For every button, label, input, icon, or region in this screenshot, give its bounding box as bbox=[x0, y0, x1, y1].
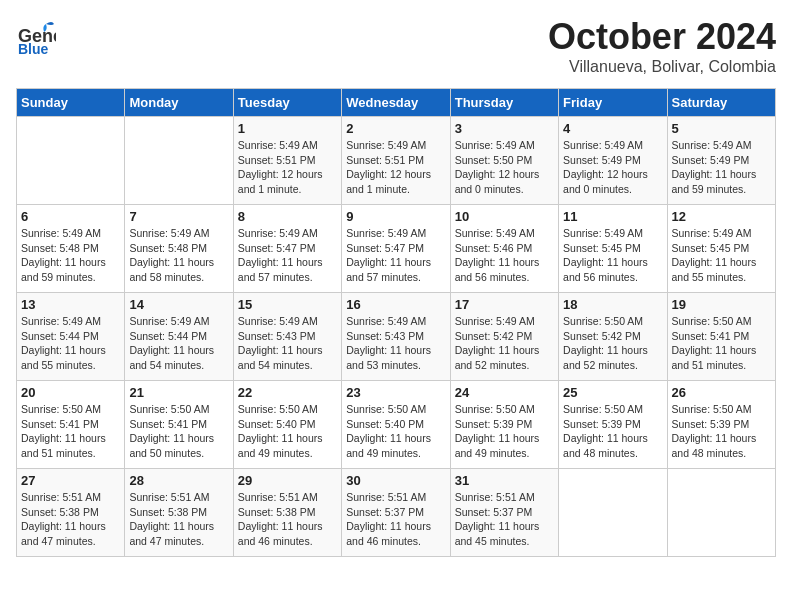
day-number: 28 bbox=[129, 473, 228, 488]
day-cell bbox=[17, 117, 125, 205]
weekday-header-friday: Friday bbox=[559, 89, 667, 117]
day-detail: Sunrise: 5:49 AMSunset: 5:42 PMDaylight:… bbox=[455, 314, 554, 373]
day-cell: 4Sunrise: 5:49 AMSunset: 5:49 PMDaylight… bbox=[559, 117, 667, 205]
day-cell: 15Sunrise: 5:49 AMSunset: 5:43 PMDayligh… bbox=[233, 293, 341, 381]
month-title: October 2024 bbox=[548, 16, 776, 58]
day-number: 4 bbox=[563, 121, 662, 136]
day-detail: Sunrise: 5:49 AMSunset: 5:43 PMDaylight:… bbox=[238, 314, 337, 373]
day-detail: Sunrise: 5:50 AMSunset: 5:41 PMDaylight:… bbox=[672, 314, 771, 373]
day-number: 26 bbox=[672, 385, 771, 400]
day-number: 3 bbox=[455, 121, 554, 136]
day-cell: 18Sunrise: 5:50 AMSunset: 5:42 PMDayligh… bbox=[559, 293, 667, 381]
day-number: 17 bbox=[455, 297, 554, 312]
day-detail: Sunrise: 5:51 AMSunset: 5:37 PMDaylight:… bbox=[346, 490, 445, 549]
page-header: General Blue October 2024 Villanueva, Bo… bbox=[16, 16, 776, 76]
day-detail: Sunrise: 5:51 AMSunset: 5:38 PMDaylight:… bbox=[238, 490, 337, 549]
day-number: 13 bbox=[21, 297, 120, 312]
day-cell: 3Sunrise: 5:49 AMSunset: 5:50 PMDaylight… bbox=[450, 117, 558, 205]
day-cell: 7Sunrise: 5:49 AMSunset: 5:48 PMDaylight… bbox=[125, 205, 233, 293]
location: Villanueva, Bolivar, Colombia bbox=[548, 58, 776, 76]
day-cell: 17Sunrise: 5:49 AMSunset: 5:42 PMDayligh… bbox=[450, 293, 558, 381]
day-cell: 13Sunrise: 5:49 AMSunset: 5:44 PMDayligh… bbox=[17, 293, 125, 381]
day-number: 1 bbox=[238, 121, 337, 136]
day-number: 16 bbox=[346, 297, 445, 312]
weekday-header-row: SundayMondayTuesdayWednesdayThursdayFrid… bbox=[17, 89, 776, 117]
day-cell: 24Sunrise: 5:50 AMSunset: 5:39 PMDayligh… bbox=[450, 381, 558, 469]
day-number: 23 bbox=[346, 385, 445, 400]
day-number: 15 bbox=[238, 297, 337, 312]
day-number: 8 bbox=[238, 209, 337, 224]
logo-icon: General Blue bbox=[16, 16, 56, 60]
svg-text:Blue: Blue bbox=[18, 41, 49, 56]
day-number: 24 bbox=[455, 385, 554, 400]
day-cell: 6Sunrise: 5:49 AMSunset: 5:48 PMDaylight… bbox=[17, 205, 125, 293]
day-number: 14 bbox=[129, 297, 228, 312]
week-row-4: 20Sunrise: 5:50 AMSunset: 5:41 PMDayligh… bbox=[17, 381, 776, 469]
day-detail: Sunrise: 5:50 AMSunset: 5:41 PMDaylight:… bbox=[129, 402, 228, 461]
day-number: 9 bbox=[346, 209, 445, 224]
day-cell: 31Sunrise: 5:51 AMSunset: 5:37 PMDayligh… bbox=[450, 469, 558, 557]
day-cell: 20Sunrise: 5:50 AMSunset: 5:41 PMDayligh… bbox=[17, 381, 125, 469]
week-row-2: 6Sunrise: 5:49 AMSunset: 5:48 PMDaylight… bbox=[17, 205, 776, 293]
day-number: 11 bbox=[563, 209, 662, 224]
weekday-header-sunday: Sunday bbox=[17, 89, 125, 117]
day-detail: Sunrise: 5:49 AMSunset: 5:44 PMDaylight:… bbox=[129, 314, 228, 373]
day-cell bbox=[667, 469, 775, 557]
day-detail: Sunrise: 5:49 AMSunset: 5:43 PMDaylight:… bbox=[346, 314, 445, 373]
day-detail: Sunrise: 5:49 AMSunset: 5:49 PMDaylight:… bbox=[563, 138, 662, 197]
day-number: 20 bbox=[21, 385, 120, 400]
day-number: 12 bbox=[672, 209, 771, 224]
day-number: 30 bbox=[346, 473, 445, 488]
day-number: 22 bbox=[238, 385, 337, 400]
day-detail: Sunrise: 5:49 AMSunset: 5:45 PMDaylight:… bbox=[672, 226, 771, 285]
day-cell: 1Sunrise: 5:49 AMSunset: 5:51 PMDaylight… bbox=[233, 117, 341, 205]
day-cell: 12Sunrise: 5:49 AMSunset: 5:45 PMDayligh… bbox=[667, 205, 775, 293]
day-detail: Sunrise: 5:50 AMSunset: 5:39 PMDaylight:… bbox=[672, 402, 771, 461]
weekday-header-saturday: Saturday bbox=[667, 89, 775, 117]
day-detail: Sunrise: 5:49 AMSunset: 5:48 PMDaylight:… bbox=[129, 226, 228, 285]
weekday-header-tuesday: Tuesday bbox=[233, 89, 341, 117]
weekday-header-monday: Monday bbox=[125, 89, 233, 117]
day-cell: 28Sunrise: 5:51 AMSunset: 5:38 PMDayligh… bbox=[125, 469, 233, 557]
day-detail: Sunrise: 5:50 AMSunset: 5:42 PMDaylight:… bbox=[563, 314, 662, 373]
day-number: 6 bbox=[21, 209, 120, 224]
day-cell: 14Sunrise: 5:49 AMSunset: 5:44 PMDayligh… bbox=[125, 293, 233, 381]
day-number: 2 bbox=[346, 121, 445, 136]
day-number: 27 bbox=[21, 473, 120, 488]
day-detail: Sunrise: 5:49 AMSunset: 5:46 PMDaylight:… bbox=[455, 226, 554, 285]
day-cell: 29Sunrise: 5:51 AMSunset: 5:38 PMDayligh… bbox=[233, 469, 341, 557]
day-detail: Sunrise: 5:51 AMSunset: 5:38 PMDaylight:… bbox=[129, 490, 228, 549]
day-detail: Sunrise: 5:50 AMSunset: 5:41 PMDaylight:… bbox=[21, 402, 120, 461]
day-detail: Sunrise: 5:50 AMSunset: 5:40 PMDaylight:… bbox=[238, 402, 337, 461]
day-detail: Sunrise: 5:50 AMSunset: 5:39 PMDaylight:… bbox=[455, 402, 554, 461]
day-detail: Sunrise: 5:49 AMSunset: 5:49 PMDaylight:… bbox=[672, 138, 771, 197]
weekday-header-thursday: Thursday bbox=[450, 89, 558, 117]
day-cell: 8Sunrise: 5:49 AMSunset: 5:47 PMDaylight… bbox=[233, 205, 341, 293]
day-number: 7 bbox=[129, 209, 228, 224]
day-cell: 10Sunrise: 5:49 AMSunset: 5:46 PMDayligh… bbox=[450, 205, 558, 293]
day-detail: Sunrise: 5:49 AMSunset: 5:50 PMDaylight:… bbox=[455, 138, 554, 197]
day-detail: Sunrise: 5:50 AMSunset: 5:40 PMDaylight:… bbox=[346, 402, 445, 461]
day-cell bbox=[559, 469, 667, 557]
day-cell: 11Sunrise: 5:49 AMSunset: 5:45 PMDayligh… bbox=[559, 205, 667, 293]
title-section: October 2024 Villanueva, Bolivar, Colomb… bbox=[548, 16, 776, 76]
day-number: 18 bbox=[563, 297, 662, 312]
day-cell: 21Sunrise: 5:50 AMSunset: 5:41 PMDayligh… bbox=[125, 381, 233, 469]
day-cell: 26Sunrise: 5:50 AMSunset: 5:39 PMDayligh… bbox=[667, 381, 775, 469]
calendar-table: SundayMondayTuesdayWednesdayThursdayFrid… bbox=[16, 88, 776, 557]
logo: General Blue bbox=[16, 16, 56, 60]
day-cell bbox=[125, 117, 233, 205]
day-detail: Sunrise: 5:49 AMSunset: 5:44 PMDaylight:… bbox=[21, 314, 120, 373]
day-cell: 27Sunrise: 5:51 AMSunset: 5:38 PMDayligh… bbox=[17, 469, 125, 557]
week-row-3: 13Sunrise: 5:49 AMSunset: 5:44 PMDayligh… bbox=[17, 293, 776, 381]
day-number: 5 bbox=[672, 121, 771, 136]
day-detail: Sunrise: 5:49 AMSunset: 5:47 PMDaylight:… bbox=[238, 226, 337, 285]
day-number: 31 bbox=[455, 473, 554, 488]
weekday-header-wednesday: Wednesday bbox=[342, 89, 450, 117]
day-number: 19 bbox=[672, 297, 771, 312]
day-cell: 22Sunrise: 5:50 AMSunset: 5:40 PMDayligh… bbox=[233, 381, 341, 469]
day-cell: 19Sunrise: 5:50 AMSunset: 5:41 PMDayligh… bbox=[667, 293, 775, 381]
day-detail: Sunrise: 5:51 AMSunset: 5:38 PMDaylight:… bbox=[21, 490, 120, 549]
day-detail: Sunrise: 5:49 AMSunset: 5:45 PMDaylight:… bbox=[563, 226, 662, 285]
day-detail: Sunrise: 5:49 AMSunset: 5:51 PMDaylight:… bbox=[346, 138, 445, 197]
